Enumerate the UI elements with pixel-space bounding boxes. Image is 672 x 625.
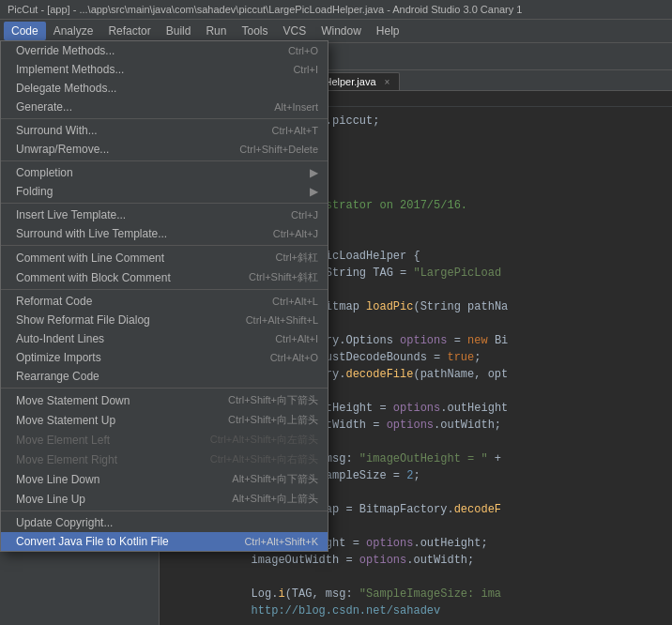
code-dropdown-menu: Override Methods... Ctrl+O Implement Met…: [0, 40, 328, 552]
divider-6: [1, 388, 328, 389]
menu-move-statement-down[interactable]: Move Statement Down Ctrl+Shift+向下箭头: [1, 390, 328, 410]
divider-7: [1, 511, 328, 511]
menu-override-methods[interactable]: Override Methods... Ctrl+O: [1, 41, 328, 60]
menu-window[interactable]: Window: [313, 22, 369, 40]
menu-completion[interactable]: Completion ▶: [1, 163, 328, 182]
menu-tools[interactable]: Tools: [234, 22, 275, 40]
menu-bar: Code Analyze Refactor Build Run Tools VC…: [0, 20, 672, 43]
menu-unwrap-remove[interactable]: Unwrap/Remove... Ctrl+Shift+Delete: [1, 140, 328, 159]
menu-vcs[interactable]: VCS: [275, 22, 313, 40]
menu-optimize-imports[interactable]: Optimize Imports Ctrl+Alt+O: [1, 348, 328, 367]
menu-generate[interactable]: Generate... Alt+Insert: [1, 98, 328, 116]
menu-reformat-code[interactable]: Reformat Code Ctrl+Alt+L: [1, 292, 328, 311]
divider-5: [1, 289, 328, 290]
menu-auto-indent[interactable]: Auto-Indent Lines Ctrl+Alt+I: [1, 329, 328, 348]
menu-comment-line[interactable]: Comment with Line Comment Ctrl+斜杠: [1, 248, 328, 267]
menu-surround-with[interactable]: Surround With... Ctrl+Alt+T: [1, 121, 328, 140]
title-bar: PicCut - [app] - ...\app\src\main\java\c…: [0, 0, 672, 20]
menu-move-statement-up[interactable]: Move Statement Up Ctrl+Shift+向上箭头: [1, 410, 328, 430]
menu-build[interactable]: Build: [159, 22, 199, 40]
menu-insert-live-template[interactable]: Insert Live Template... Ctrl+J: [1, 206, 328, 224]
divider-2: [1, 160, 328, 161]
menu-refactor[interactable]: Refactor: [100, 22, 158, 40]
title-text: PicCut - [app] - ...\app\src\main\java\c…: [8, 4, 522, 15]
menu-code[interactable]: Code: [4, 22, 46, 40]
menu-analyze[interactable]: Analyze: [46, 22, 101, 40]
menu-move-line-down[interactable]: Move Line Down Alt+Shift+向下箭头: [1, 469, 328, 489]
menu-comment-block[interactable]: Comment with Block Comment Ctrl+Shift+斜杠: [1, 267, 328, 287]
menu-folding[interactable]: Folding ▶: [1, 182, 328, 201]
divider-1: [1, 118, 328, 119]
divider-4: [1, 245, 328, 246]
menu-update-copyright[interactable]: Update Copyright...: [1, 513, 328, 532]
menu-delegate-methods[interactable]: Delegate Methods...: [1, 79, 328, 98]
menu-move-element-right: Move Element Right Ctrl+Alt+Shift+向右箭头: [1, 450, 328, 469]
menu-surround-live-template[interactable]: Surround with Live Template... Ctrl+Alt+…: [1, 224, 328, 243]
menu-run[interactable]: Run: [198, 22, 234, 40]
menu-rearrange-code[interactable]: Rearrange Code: [1, 367, 328, 386]
menu-move-element-left: Move Element Left Ctrl+Alt+Shift+向左箭头: [1, 430, 328, 450]
menu-convert-kotlin[interactable]: Convert Java File to Kotlin File Ctrl+Al…: [1, 532, 328, 551]
menu-show-reformat-dialog[interactable]: Show Reformat File Dialog Ctrl+Alt+Shift…: [1, 311, 328, 329]
divider-3: [1, 203, 328, 204]
menu-help[interactable]: Help: [369, 22, 407, 40]
menu-move-line-up[interactable]: Move Line Up Alt+Shift+向上箭头: [1, 489, 328, 509]
menu-implement-methods[interactable]: Implement Methods... Ctrl+I: [1, 60, 328, 79]
